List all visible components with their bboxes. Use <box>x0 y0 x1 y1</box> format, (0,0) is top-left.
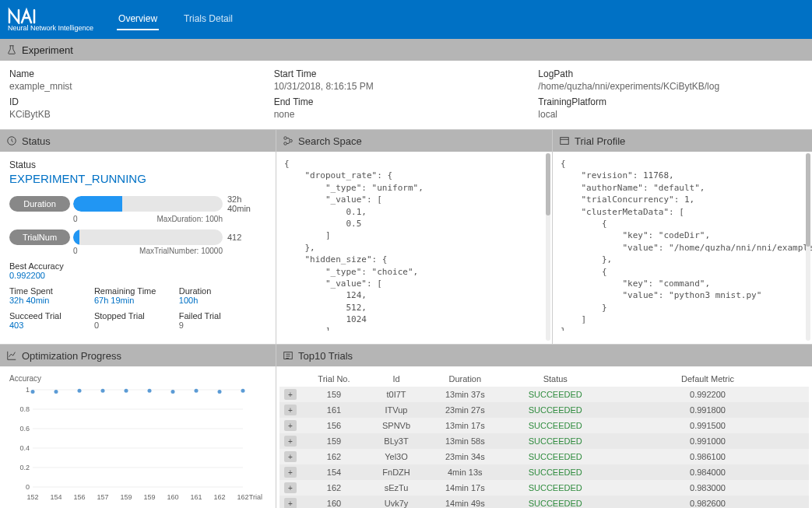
table-row: + 162 sEzTu 14min 17s SUCCEEDED 0.983000 <box>279 480 809 496</box>
max-trialnum: MaxTrialNumber: 10000 <box>139 247 223 255</box>
branch-icon <box>283 135 294 146</box>
chart-ylabel: Accuracy <box>9 374 266 383</box>
expand-button[interactable]: + <box>284 420 297 431</box>
svg-text:1: 1 <box>26 386 30 394</box>
status-label: Status <box>9 159 266 170</box>
flask-icon <box>6 44 17 55</box>
cell-metric: 0.991500 <box>606 418 809 433</box>
svg-text:161: 161 <box>190 493 202 501</box>
trialnum-bar-track <box>73 229 223 245</box>
expand-button[interactable]: + <box>284 405 297 415</box>
trialnum-bar-label: TrialNum <box>9 229 70 245</box>
search-space-panel: Search Space { "dropout_rate": { "_type"… <box>276 130 553 344</box>
cell-trial-no: 162 <box>301 480 367 496</box>
cell-trial-no: 159 <box>301 387 367 402</box>
expand-button[interactable]: + <box>284 467 297 478</box>
platform-value: local <box>538 109 803 120</box>
status-header: Status <box>0 130 276 152</box>
col-duration: Duration <box>426 371 504 387</box>
trial-profile-header: Trial Profile <box>553 130 812 152</box>
svg-text:156: 156 <box>73 493 85 501</box>
best-acc-value: 0.992200 <box>9 271 266 280</box>
clock-icon <box>6 135 17 146</box>
name-label: Name <box>9 68 274 79</box>
expand-button[interactable]: + <box>284 451 297 462</box>
cell-duration: 13min 17s <box>426 418 504 433</box>
cell-duration: 4min 13s <box>426 464 504 480</box>
window-icon <box>559 135 570 146</box>
cell-duration: 13min 37s <box>426 387 504 402</box>
cell-duration: 14min 49s <box>426 496 504 508</box>
svg-point-2 <box>284 137 287 140</box>
expand-button[interactable]: + <box>284 436 297 447</box>
cell-trial-no: 159 <box>301 433 367 449</box>
svg-text:159: 159 <box>143 493 155 501</box>
cell-id: Yel3O <box>367 449 426 464</box>
svg-text:162: 162 <box>237 493 248 501</box>
logpath-label: LogPath <box>538 68 803 79</box>
remaining-value: 67h 19min <box>94 296 179 305</box>
svg-text:162: 162 <box>213 493 225 501</box>
svg-point-25 <box>101 389 105 393</box>
cell-metric: 0.991800 <box>606 402 809 418</box>
list-icon <box>283 350 294 361</box>
svg-point-23 <box>78 389 82 393</box>
succeed-value: 403 <box>9 321 94 330</box>
logpath-value: /home/quzha/nni/experiments/KCiBytKB/log <box>538 81 803 92</box>
experiment-section-header: Experiment <box>0 39 812 61</box>
svg-text:152: 152 <box>26 493 38 501</box>
duration-bar-label: Duration <box>9 196 70 212</box>
failed-value: 9 <box>179 321 264 330</box>
cell-status: SUCCEEDED <box>504 433 606 449</box>
cell-metric: 0.984000 <box>606 464 809 480</box>
cell-metric: 0.992200 <box>606 387 809 402</box>
cell-trial-no: 156 <box>301 418 367 433</box>
expand-button[interactable]: + <box>284 482 297 493</box>
svg-point-33 <box>195 389 199 393</box>
table-row: + 161 ITVup 23min 27s SUCCEEDED 0.991800 <box>279 402 809 418</box>
search-space-scrollbar[interactable] <box>546 153 550 341</box>
status-panel: Status Status EXPERIMENT_RUNNING Duratio… <box>0 130 276 344</box>
svg-text:157: 157 <box>97 493 108 501</box>
cell-status: SUCCEEDED <box>504 402 606 418</box>
tab-trials-detail[interactable]: Trials Detail <box>182 9 234 30</box>
svg-text:0.8: 0.8 <box>19 405 30 413</box>
platform-label: TrainingPlatform <box>538 96 803 107</box>
expand-button[interactable]: + <box>284 498 297 508</box>
optimization-header: Optimization Progress <box>0 345 276 366</box>
start-time-label: Start Time <box>274 68 539 79</box>
cell-status: SUCCEEDED <box>504 418 606 433</box>
start-time-value: 10/31/2018, 8:16:15 PM <box>274 81 539 92</box>
table-row: + 156 SPNVb 13min 17s SUCCEEDED 0.991500 <box>279 418 809 433</box>
table-row: + 159 BLy3T 13min 58s SUCCEEDED 0.991000 <box>279 433 809 449</box>
cell-id: Uvk7y <box>367 496 426 508</box>
svg-point-37 <box>241 389 245 393</box>
cell-id: ITVup <box>367 402 426 418</box>
trial-profile-content: { "revision": 11768, "authorName": "defa… <box>553 152 812 331</box>
expand-button[interactable]: + <box>284 389 297 400</box>
trial-profile-scrollbar[interactable] <box>806 153 810 341</box>
svg-point-21 <box>54 390 58 394</box>
cell-status: SUCCEEDED <box>504 387 606 402</box>
svg-text:0: 0 <box>26 483 30 491</box>
nav-tabs: Overview Trials Detail <box>117 9 234 30</box>
best-acc-label: Best Accuracy <box>9 261 266 271</box>
chart-icon <box>6 350 17 361</box>
duration-bar-track <box>73 196 223 212</box>
time-spent-value: 32h 40min <box>9 296 94 305</box>
nni-logo-icon <box>8 7 39 24</box>
brand-logo: Neural Network Intelligence <box>8 7 93 32</box>
cell-status: SUCCEEDED <box>504 480 606 496</box>
svg-point-0 <box>33 22 35 23</box>
svg-text:159: 159 <box>120 493 132 501</box>
tab-overview[interactable]: Overview <box>117 9 159 30</box>
cell-trial-no: 162 <box>301 449 367 464</box>
col-id: Id <box>367 371 426 387</box>
col-metric: Default Metric <box>606 371 809 387</box>
cell-duration: 23min 34s <box>426 449 504 464</box>
table-row: + 162 Yel3O 23min 34s SUCCEEDED 0.986100 <box>279 449 809 464</box>
cell-id: t0I7T <box>367 387 426 402</box>
cell-id: BLy3T <box>367 433 426 449</box>
svg-text:Trial: Trial <box>249 493 262 501</box>
cell-duration: 23min 27s <box>426 402 504 418</box>
